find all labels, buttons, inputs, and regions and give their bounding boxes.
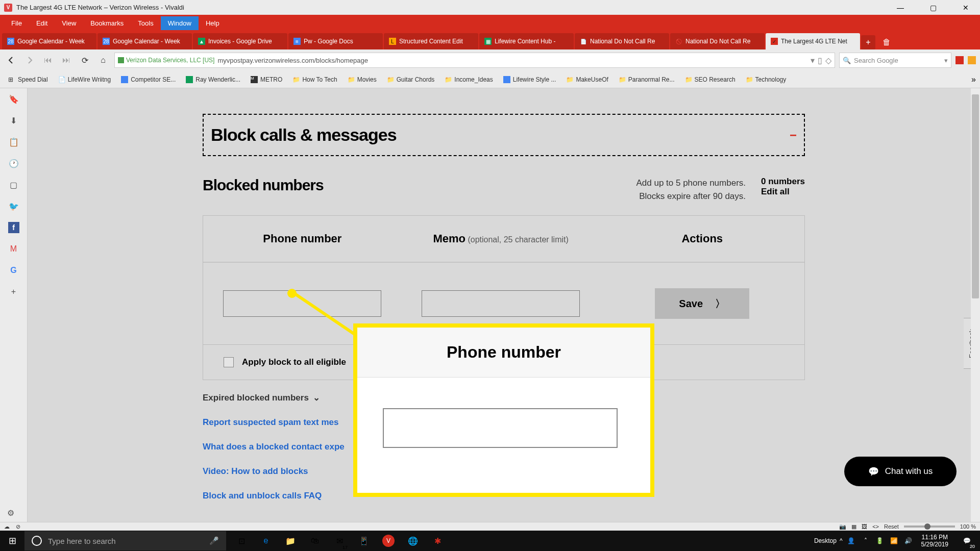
wifi-icon[interactable]: 📶 — [889, 535, 900, 546]
status-block-icon[interactable]: ⊘ — [16, 523, 20, 530]
menu-bookmarks[interactable]: Bookmarks — [83, 16, 131, 30]
tab-lifewire-hub[interactable]: ▦Lifewire Content Hub - — [479, 33, 574, 49]
bookmark-metro[interactable]: MMETRO — [247, 74, 286, 85]
close-button[interactable]: ✕ — [955, 0, 976, 15]
bookmark-speed-dial[interactable]: ⊞Speed Dial — [4, 74, 52, 85]
collapse-icon[interactable]: − — [790, 128, 797, 142]
back-button[interactable] — [4, 53, 18, 67]
window-panel-icon[interactable]: ▢ — [8, 179, 19, 190]
tab-google-calendar-2[interactable]: 28Google Calendar - Week — [97, 33, 192, 49]
action-center-icon[interactable]: 💬20 — [955, 531, 978, 551]
forward-button[interactable] — [22, 53, 37, 67]
bookmark-seo-research[interactable]: 📁SEO Research — [681, 74, 740, 85]
new-tab-button[interactable]: + — [861, 35, 875, 49]
tab-verizon-active[interactable]: ✓The Largest 4G LTE Net — [766, 33, 860, 49]
people-icon[interactable]: 👤 — [846, 535, 857, 546]
bookmarks-overflow[interactable]: » — [971, 75, 976, 84]
search-input[interactable]: 🔍 Search Google ▾ — [839, 53, 951, 68]
menu-file[interactable]: File — [4, 16, 29, 30]
tray-overflow-icon[interactable]: ^ — [840, 537, 843, 544]
mail-icon[interactable]: ✉17 — [328, 531, 351, 551]
notes-panel-icon[interactable]: 📋 — [8, 136, 19, 147]
bookmark-guitar-chords[interactable]: 📁Guitar Chords — [383, 74, 439, 85]
home-button[interactable]: ⌂ — [96, 53, 110, 67]
app-icon[interactable]: ✱ — [426, 531, 449, 551]
apply-all-checkbox[interactable] — [224, 357, 234, 367]
add-panel-icon[interactable]: + — [8, 286, 19, 297]
gmail-icon[interactable]: M — [8, 243, 19, 255]
bookmark-how-to-tech[interactable]: 📁How To Tech — [288, 74, 341, 85]
facebook-icon[interactable]: f — [8, 222, 19, 233]
menu-tools[interactable]: Tools — [131, 16, 160, 30]
tab-pw-docs[interactable]: ≡Pw - Google Docs — [288, 33, 383, 49]
system-clock[interactable]: 11:16 PM 5/29/2019 — [917, 534, 952, 548]
phone-number-input[interactable] — [223, 290, 381, 317]
menu-view[interactable]: View — [55, 16, 83, 30]
tab-donotcall-1[interactable]: 📄National Do Not Call Re — [575, 33, 669, 49]
bookmark-paranormal[interactable]: 📁Paranormal Re... — [615, 74, 679, 85]
bookmark-technology[interactable]: 📁Technology — [742, 74, 791, 85]
search-dropdown-icon[interactable]: ▾ — [944, 57, 948, 64]
chat-button[interactable]: 💬 Chat with us — [844, 457, 957, 486]
tab-google-calendar-1[interactable]: 28Google Calendar - Week — [2, 33, 96, 49]
url-input[interactable]: Verizon Data Services, LLC [US] myvpostp… — [114, 53, 835, 68]
tiling-icon[interactable]: ▦ — [851, 523, 856, 530]
edge-icon[interactable]: e — [255, 531, 277, 551]
chrome-icon[interactable]: 🌐 — [402, 531, 424, 551]
rewind-button[interactable]: ⏮ — [41, 53, 55, 67]
bookmark-page-icon[interactable]: ◇ — [825, 56, 831, 65]
bookmark-makeuseof[interactable]: 📁MakeUseOf — [562, 74, 612, 85]
extension-icon-2[interactable] — [968, 56, 976, 64]
tab-donotcall-2[interactable]: 🚫National Do Not Call Re — [670, 33, 765, 49]
fastforward-button[interactable]: ⏭ — [59, 53, 74, 67]
windows-search[interactable]: Type here to search 🎤 — [24, 531, 226, 550]
history-panel-icon[interactable]: 🕐 — [8, 158, 19, 169]
bookmark-competitor-se[interactable]: Competitor SE... — [117, 74, 180, 85]
closed-tabs-button[interactable]: 🗑 — [879, 35, 894, 49]
zoom-reset[interactable]: Reset — [884, 523, 899, 530]
file-explorer-icon[interactable]: 📁 — [279, 531, 302, 551]
scrollbar-thumb[interactable] — [972, 94, 979, 298]
bookmark-movies[interactable]: 📁Movies — [344, 74, 381, 85]
reload-button[interactable]: ⟳ — [78, 53, 92, 67]
save-button[interactable]: Save 〉 — [655, 288, 749, 319]
bookmarks-panel-icon[interactable]: 🔖 — [8, 93, 19, 105]
mic-icon[interactable]: 🎤 — [209, 536, 219, 545]
menu-edit[interactable]: Edit — [29, 16, 55, 30]
tab-structured-content[interactable]: LStructured Content Edit — [384, 33, 478, 49]
store-icon[interactable]: 🛍 — [304, 531, 326, 551]
images-icon[interactable]: 🖼 — [862, 523, 867, 530]
bookmark-lifewire-writing[interactable]: 📄LifeWire Wriitng — [54, 74, 115, 85]
reader-icon[interactable]: ▯ — [818, 56, 822, 65]
capture-icon[interactable]: 📷 — [839, 523, 846, 530]
block-calls-header[interactable]: Block calls & messages − — [203, 114, 805, 156]
bookmark-ray-wenderlich[interactable]: Ray Wenderlic... — [182, 74, 244, 85]
callout-phone-input[interactable] — [383, 408, 618, 448]
tray-up-icon[interactable]: ˄ — [860, 535, 871, 546]
dropdown-icon[interactable]: ▾ — [811, 56, 815, 65]
edit-all-link[interactable]: Edit all — [761, 187, 805, 197]
maximize-button[interactable]: ▢ — [923, 0, 943, 15]
memo-input[interactable] — [422, 290, 580, 317]
bookmark-income-ideas[interactable]: 📁Income_Ideas — [440, 74, 497, 85]
task-view-icon[interactable]: ⊡ — [230, 531, 253, 551]
bookmark-lifewire-style[interactable]: Lifewire Style ... — [499, 74, 560, 85]
battery-icon[interactable]: 🔋 — [874, 535, 886, 546]
status-sync-icon[interactable]: ☁ — [4, 523, 10, 530]
start-button[interactable]: ⊞ — [0, 531, 24, 551]
phone-icon[interactable]: 📱 — [353, 531, 375, 551]
zoom-slider[interactable] — [904, 525, 955, 528]
minimize-button[interactable]: — — [890, 0, 911, 15]
google-icon[interactable]: G — [8, 265, 19, 276]
menu-window[interactable]: Window — [161, 16, 199, 30]
downloads-panel-icon[interactable]: ⬇ — [8, 115, 19, 126]
tab-invoices[interactable]: ▲Invoices - Google Drive — [193, 33, 287, 49]
vivaldi-taskbar-icon[interactable]: V — [377, 531, 400, 551]
twitter-icon[interactable]: 🐦 — [8, 201, 19, 212]
menu-help[interactable]: Help — [199, 16, 227, 30]
extension-icon-1[interactable] — [955, 56, 964, 64]
vertical-scrollbar[interactable] — [971, 88, 980, 522]
volume-icon[interactable]: 🔊 — [903, 535, 914, 546]
desktop-label[interactable]: Desktop — [814, 537, 837, 544]
settings-gear-icon[interactable]: ⚙ — [7, 508, 18, 519]
